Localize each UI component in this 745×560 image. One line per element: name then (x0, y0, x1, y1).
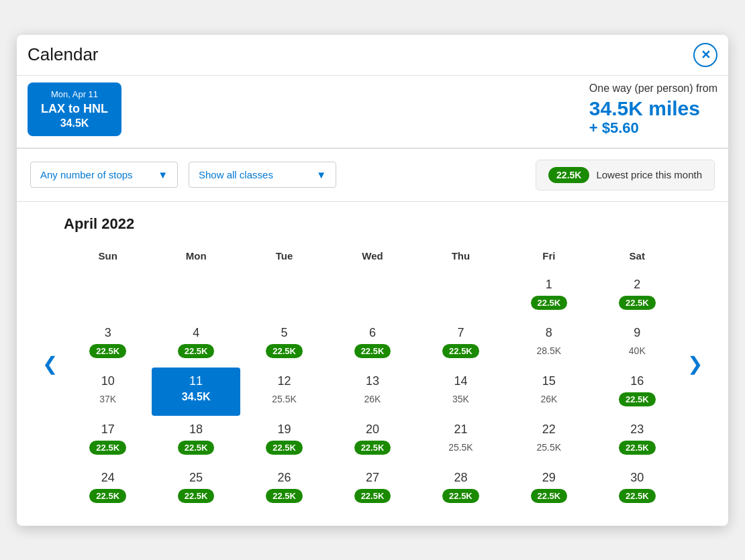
day-number: 22 (542, 423, 556, 437)
stops-filter[interactable]: Any number of stops ▼ (30, 162, 178, 188)
price-summary: One way (per person) from 34.5K miles + … (589, 82, 717, 137)
day-number: 9 (634, 326, 640, 341)
trip-date: Mon, Apr 11 (40, 89, 109, 99)
price-pill: 22.5K (442, 489, 479, 503)
next-month-button[interactable]: ❯ (682, 347, 708, 380)
price-plain: 37K (99, 394, 116, 404)
price-pill: 22.5K (531, 296, 568, 310)
trip-card[interactable]: Mon, Apr 11 LAX to HNL 34.5K (28, 82, 121, 136)
calendar-day-cell[interactable]: 1822.5K (152, 416, 240, 464)
calendar-day-cell[interactable]: 322.5K (64, 319, 152, 368)
calendar-day-cell[interactable]: 2922.5K (505, 464, 593, 512)
modal-title: Calendar (28, 44, 693, 65)
day-number: 20 (366, 423, 379, 437)
calendar-day-cell[interactable]: 422.5K (152, 319, 240, 368)
calendar-day-cell[interactable]: 1037K (64, 368, 152, 416)
day-number: 28 (454, 471, 467, 486)
calendar-section: ❮ ❯ April 2022 SunMonTueWedThuFriSat122.… (17, 202, 728, 526)
calendar-day-cell[interactable]: 2722.5K (328, 464, 416, 512)
price-plain: 25.5K (272, 394, 297, 404)
price-pill: 22.5K (354, 344, 391, 358)
price-pill: 22.5K (442, 344, 479, 358)
price-pill: 22.5K (178, 344, 215, 358)
calendar-day-cell[interactable]: 1435K (417, 368, 505, 416)
day-number: 10 (101, 374, 115, 389)
calendar-day-cell[interactable]: 3022.5K (593, 464, 681, 512)
filters-bar: Any number of stops ▼ Show all classes ▼… (17, 149, 728, 202)
calendar-day-header: Sun (64, 245, 152, 271)
day-number: 19 (278, 423, 291, 437)
calendar-modal: Calendar ✕ Mon, Apr 11 LAX to HNL 34.5K … (17, 35, 728, 526)
day-number: 16 (630, 374, 644, 389)
calendar-day-cell[interactable]: 622.5K (328, 319, 416, 368)
day-number: 3 (105, 326, 111, 341)
calendar-day-cell[interactable]: 2322.5K (593, 416, 681, 464)
price-pill: 22.5K (89, 344, 126, 358)
day-number: 29 (542, 471, 556, 486)
calendar-day-cell[interactable]: 1622.5K (593, 368, 681, 416)
calendar-wrapper: ❮ ❯ April 2022 SunMonTueWedThuFriSat122.… (37, 215, 708, 512)
day-number: 26 (278, 471, 291, 486)
calendar-day-cell[interactable]: 2822.5K (417, 464, 505, 512)
calendar-day-cell[interactable]: 2125.5K (417, 416, 505, 464)
calendar-day-cell[interactable]: 522.5K (240, 319, 328, 368)
day-number: 7 (457, 326, 464, 341)
classes-filter[interactable]: Show all classes ▼ (189, 162, 336, 188)
calendar-day-cell[interactable]: 828.5K (505, 319, 593, 368)
calendar-day-cell[interactable]: 1526K (505, 368, 593, 416)
stops-filter-label: Any number of stops (40, 169, 133, 180)
day-number: 13 (366, 374, 379, 389)
price-plain: 25.5K (448, 442, 473, 453)
day-number: 12 (278, 374, 291, 389)
price-pill: 22.5K (619, 489, 656, 503)
price-summary-tax: + $5.60 (589, 119, 717, 137)
price-pill: 22.5K (619, 441, 656, 455)
price-pill: 22.5K (619, 392, 656, 406)
day-number: 15 (542, 374, 556, 389)
calendar-day-header: Mon (152, 245, 240, 271)
calendar-grid: SunMonTueWedThuFriSat122.5K222.5K322.5K4… (64, 245, 681, 512)
lowest-price-text: Lowest price this month (596, 169, 702, 180)
close-button[interactable]: ✕ (693, 43, 717, 67)
day-number: 30 (630, 471, 644, 486)
classes-filter-chevron: ▼ (316, 169, 326, 180)
calendar-empty-cell (152, 271, 240, 319)
price-plain: 35K (452, 394, 469, 404)
calendar-day-cell[interactable]: 1225.5K (240, 368, 328, 416)
price-plain: 26K (364, 394, 381, 404)
price-pill: 22.5K (266, 441, 303, 455)
price-plain: 40K (629, 345, 646, 356)
price-pill: 22.5K (531, 489, 568, 503)
calendar-empty-cell (240, 271, 328, 319)
price-pill: 22.5K (89, 489, 126, 503)
price-pill: 22.5K (266, 489, 303, 503)
calendar-day-cell[interactable]: 1922.5K (240, 416, 328, 464)
day-number: 17 (101, 423, 115, 437)
calendar-day-header: Sat (593, 245, 681, 271)
calendar-day-cell[interactable]: 222.5K (593, 271, 681, 319)
day-number: 14 (454, 374, 467, 389)
price-plain: 28.5K (537, 345, 562, 356)
day-number: 18 (189, 423, 203, 437)
calendar-day-cell[interactable]: 1326K (328, 368, 416, 416)
calendar-day-cell[interactable]: 722.5K (417, 319, 505, 368)
price-summary-miles: 34.5K miles (589, 97, 717, 119)
calendar-day-cell[interactable]: 2422.5K (64, 464, 152, 512)
modal-header: Calendar ✕ (17, 35, 728, 76)
calendar-day-cell[interactable]: 122.5K (505, 271, 593, 319)
trip-route: LAX to HNL (40, 102, 109, 116)
day-number: 8 (546, 326, 552, 341)
calendar-day-cell[interactable]: 2522.5K (152, 464, 240, 512)
calendar-month-title: April 2022 (64, 215, 681, 233)
prev-month-button[interactable]: ❮ (37, 347, 63, 380)
calendar-day-cell[interactable]: 2622.5K (240, 464, 328, 512)
price-pill: 22.5K (178, 441, 215, 455)
calendar-day-cell[interactable]: 940K (593, 319, 681, 368)
calendar-day-cell[interactable]: 1722.5K (64, 416, 152, 464)
calendar-day-cell[interactable]: 1134.5K (152, 368, 240, 416)
calendar-day-cell[interactable]: 2022.5K (328, 416, 416, 464)
day-number: 27 (366, 471, 379, 486)
price-pill: 22.5K (178, 489, 215, 503)
price-pill: 22.5K (354, 489, 391, 503)
calendar-day-cell[interactable]: 2225.5K (505, 416, 593, 464)
